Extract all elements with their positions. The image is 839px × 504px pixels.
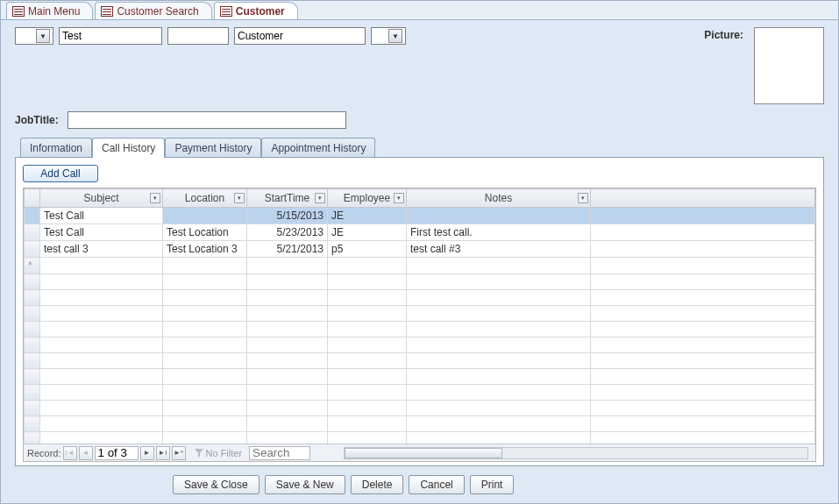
- detail-tab-bar: Information Call History Payment History…: [20, 138, 824, 158]
- table-row[interactable]: test call 3 Test Location 3 5/21/2013 p5…: [25, 241, 815, 258]
- table-row[interactable]: Test Call Test Location 5/23/2013 JE Fir…: [25, 224, 815, 241]
- call-table: Subject▾ Location▾ StartTime▾ Employee▾ …: [24, 188, 815, 444]
- doc-tab-main-menu[interactable]: Main Menu: [6, 2, 93, 19]
- doc-tab-label: Customer: [236, 5, 285, 18]
- cell-notes[interactable]: [407, 208, 591, 224]
- save-close-button[interactable]: Save & Close: [173, 475, 260, 494]
- call-history-panel: Add Call Subject▾ Location▾ StartTime▾ E…: [15, 157, 824, 466]
- h-scrollbar[interactable]: [344, 447, 808, 459]
- document-tab-bar: Main Menu Customer Search Customer: [1, 1, 838, 20]
- chevron-down-icon[interactable]: ▾: [394, 193, 404, 203]
- cell-start[interactable]: 5/15/2013: [247, 208, 328, 224]
- cell-start[interactable]: 5/23/2013: [247, 224, 328, 241]
- save-new-button[interactable]: Save & New: [265, 475, 345, 494]
- col-employee[interactable]: Employee▾: [328, 189, 407, 208]
- job-title-label: JobTitle:: [15, 114, 59, 126]
- record-position-box[interactable]: [95, 446, 139, 460]
- record-navigator: Record: I◄ ◄ ► ►I ►* No Filter: [24, 444, 815, 461]
- middle-name-input[interactable]: [167, 27, 229, 45]
- form-icon: [101, 6, 113, 17]
- picture-box[interactable]: [754, 27, 824, 104]
- cell-location[interactable]: Test Location 3: [163, 241, 247, 258]
- first-name-input[interactable]: [59, 27, 162, 45]
- delete-button[interactable]: Delete: [351, 475, 404, 494]
- chevron-down-icon[interactable]: ▾: [578, 193, 588, 203]
- chevron-down-icon[interactable]: ▾: [315, 193, 325, 203]
- last-name-input[interactable]: [234, 27, 366, 45]
- cell-notes[interactable]: test call #3: [407, 241, 591, 258]
- cell-employee[interactable]: p5: [328, 241, 407, 258]
- col-blank: [591, 189, 815, 208]
- cell-subject[interactable]: test call 3: [40, 241, 163, 258]
- form-icon: [12, 6, 25, 17]
- record-label: Record:: [27, 448, 61, 458]
- cell-subject[interactable]: Test Call: [40, 208, 163, 224]
- select-all-corner[interactable]: [25, 189, 40, 208]
- col-subject[interactable]: Subject▾: [40, 189, 163, 208]
- form-area: ▼ ▼ Picture: JobTitle: Information Call …: [1, 20, 838, 503]
- title-prefix-combo[interactable]: ▼: [15, 27, 53, 45]
- table-row[interactable]: Test Call 5/15/2013 JE: [25, 208, 815, 224]
- job-title-input[interactable]: [68, 111, 346, 129]
- chevron-down-icon: ▼: [36, 29, 50, 43]
- doc-tab-label: Customer Search: [117, 5, 198, 18]
- col-starttime[interactable]: StartTime▾: [247, 189, 328, 208]
- row-selector-new[interactable]: *: [25, 258, 40, 274]
- row-selector[interactable]: [25, 241, 40, 258]
- cell-notes[interactable]: First test call.: [407, 224, 591, 241]
- customer-header-row: ▼ ▼ Picture:: [15, 27, 824, 104]
- footer-button-row: Save & Close Save & New Delete Cancel Pr…: [15, 466, 824, 503]
- job-title-row: JobTitle:: [15, 111, 824, 129]
- chevron-down-icon[interactable]: ▾: [150, 193, 160, 203]
- cancel-button[interactable]: Cancel: [409, 475, 464, 494]
- picture-label: Picture:: [704, 27, 743, 41]
- call-grid: Subject▾ Location▾ StartTime▾ Employee▾ …: [23, 188, 816, 462]
- nav-next-button[interactable]: ►: [140, 446, 154, 460]
- row-selector[interactable]: [25, 224, 40, 241]
- cell-start[interactable]: 5/21/2013: [247, 241, 328, 258]
- funnel-icon: [195, 449, 203, 458]
- chevron-down-icon: ▼: [388, 29, 402, 43]
- tab-call-history[interactable]: Call History: [92, 138, 165, 158]
- tab-information[interactable]: Information: [20, 138, 92, 158]
- new-row[interactable]: *: [25, 258, 815, 274]
- print-button[interactable]: Print: [470, 475, 515, 494]
- form-icon: [220, 6, 232, 17]
- h-scrollbar-thumb[interactable]: [345, 448, 502, 458]
- cell-employee[interactable]: JE: [328, 208, 407, 224]
- doc-tab-customer[interactable]: Customer: [214, 2, 298, 19]
- cell-employee[interactable]: JE: [328, 224, 407, 241]
- col-notes[interactable]: Notes▾: [407, 189, 591, 208]
- chevron-down-icon[interactable]: ▾: [234, 193, 245, 203]
- tab-appointment-history[interactable]: Appointment History: [261, 138, 375, 158]
- add-call-button[interactable]: Add Call: [23, 165, 98, 182]
- cell-subject[interactable]: Test Call: [40, 224, 163, 241]
- nav-prev-button[interactable]: ◄: [79, 446, 93, 460]
- tab-payment-history[interactable]: Payment History: [165, 138, 261, 158]
- doc-tab-label: Main Menu: [28, 5, 80, 18]
- cell-location[interactable]: [163, 208, 247, 224]
- nav-last-button[interactable]: ►I: [156, 446, 170, 460]
- nav-new-button[interactable]: ►*: [172, 446, 186, 460]
- record-search-box[interactable]: [249, 446, 310, 460]
- doc-tab-customer-search[interactable]: Customer Search: [95, 2, 211, 19]
- col-location[interactable]: Location▾: [163, 189, 247, 208]
- cell-location[interactable]: Test Location: [163, 224, 247, 241]
- suffix-combo[interactable]: ▼: [371, 27, 406, 45]
- row-selector[interactable]: [25, 208, 40, 224]
- nav-first-button[interactable]: I◄: [63, 446, 77, 460]
- filter-indicator[interactable]: No Filter: [195, 448, 243, 458]
